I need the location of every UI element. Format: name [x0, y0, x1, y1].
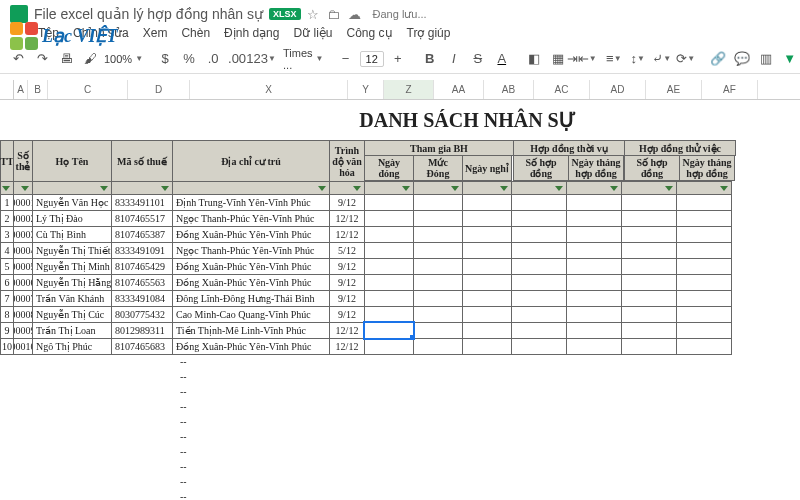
cell[interactable] [566, 274, 622, 291]
cell[interactable]: 12/12 [329, 226, 365, 243]
col-header[interactable]: Z [384, 80, 434, 99]
filter-cell[interactable] [566, 181, 622, 195]
cell[interactable]: 00006 [13, 274, 33, 291]
cell[interactable]: 8107465387 [111, 226, 173, 243]
cell[interactable]: Cao Minh-Cao Quang-Vĩnh Phúc [172, 306, 330, 323]
cell[interactable] [462, 290, 512, 307]
cell[interactable]: Định Trung-Vĩnh Yên-Vĩnh Phúc [172, 194, 330, 211]
cell[interactable]: Đồng Xuân-Phúc Yên-Vĩnh Phúc [172, 338, 330, 355]
menu-view[interactable]: Xem [143, 26, 168, 40]
cell[interactable] [566, 258, 622, 275]
font-select[interactable]: Times ...▼ [283, 47, 323, 71]
cell[interactable]: Nguyễn Văn Học [32, 194, 112, 211]
cell[interactable] [413, 322, 463, 339]
cell[interactable] [621, 338, 677, 355]
move-icon[interactable]: 🗀 [327, 7, 340, 22]
cell[interactable]: 4 [0, 242, 14, 259]
cell[interactable]: 8030775432 [111, 306, 173, 323]
empty-cell[interactable]: -- [176, 489, 334, 500]
cell[interactable] [413, 338, 463, 355]
cell[interactable]: 00004 [13, 242, 33, 259]
col-header[interactable]: AE [646, 80, 702, 99]
redo-icon[interactable]: ↷ [32, 48, 52, 70]
cell[interactable] [364, 226, 414, 243]
cell[interactable] [676, 242, 732, 259]
cell[interactable]: 6 [0, 274, 14, 291]
cell[interactable]: 5/12 [329, 242, 365, 259]
merge-icon[interactable]: ⇥⇤▼ [572, 48, 592, 70]
cell[interactable] [566, 194, 622, 211]
fontsize-dec[interactable]: − [336, 48, 356, 70]
cell[interactable] [364, 242, 414, 259]
cell[interactable]: Trần Thị Loan [32, 322, 112, 339]
comment-icon[interactable]: 💬 [732, 48, 752, 70]
cell[interactable] [621, 194, 677, 211]
borders-icon[interactable]: ▦ [548, 48, 568, 70]
wrap-icon[interactable]: ⤶▼ [652, 48, 672, 70]
cell[interactable] [566, 290, 622, 307]
cell[interactable]: 00005 [13, 258, 33, 275]
cell[interactable]: 5 [0, 258, 14, 275]
italic-icon[interactable]: I [444, 48, 464, 70]
chart-icon[interactable]: ▥ [756, 48, 776, 70]
cell[interactable] [364, 290, 414, 307]
empty-cell[interactable]: -- [176, 414, 334, 429]
cell[interactable]: 9 [0, 322, 14, 339]
cell[interactable]: 9/12 [329, 258, 365, 275]
cell[interactable] [676, 194, 732, 211]
cell[interactable] [413, 258, 463, 275]
cell[interactable] [364, 322, 414, 339]
cell[interactable]: 00007 [13, 290, 33, 307]
cell[interactable] [462, 338, 512, 355]
decimal-dec-icon[interactable]: .0 [203, 48, 223, 70]
cell[interactable]: Đồng Xuân-Phúc Yên-Vĩnh Phúc [172, 226, 330, 243]
filter-cell[interactable] [462, 181, 512, 195]
col-header[interactable]: D [128, 80, 190, 99]
cell[interactable] [462, 226, 512, 243]
cell[interactable] [511, 290, 567, 307]
menu-data[interactable]: Dữ liệu [293, 26, 332, 40]
cell[interactable]: Ngô Thị Phúc [32, 338, 112, 355]
cell[interactable] [566, 338, 622, 355]
cell[interactable] [364, 258, 414, 275]
filter-cell[interactable] [329, 181, 365, 195]
cell[interactable] [676, 306, 732, 323]
star-icon[interactable]: ☆ [307, 7, 319, 22]
empty-cell[interactable]: -- [176, 474, 334, 489]
link-icon[interactable]: 🔗 [708, 48, 728, 70]
filter-cell[interactable] [13, 181, 33, 195]
cell[interactable] [511, 338, 567, 355]
cell[interactable] [413, 274, 463, 291]
cell[interactable]: 8107465517 [111, 210, 173, 227]
col-header[interactable]: A [14, 80, 28, 99]
cell[interactable] [566, 306, 622, 323]
cell[interactable] [566, 242, 622, 259]
cell[interactable]: 8333491091 [111, 242, 173, 259]
fill-color-icon[interactable]: ◧ [524, 48, 544, 70]
cell[interactable]: 1 [0, 194, 14, 211]
cell[interactable] [413, 306, 463, 323]
filter-cell[interactable] [621, 181, 677, 195]
cell[interactable]: Đông Lĩnh-Đông Hưng-Thái Bình [172, 290, 330, 307]
cell[interactable]: 8333491084 [111, 290, 173, 307]
cell[interactable] [621, 210, 677, 227]
cell[interactable] [511, 274, 567, 291]
cell[interactable] [511, 258, 567, 275]
cell[interactable] [566, 226, 622, 243]
percent-icon[interactable]: % [179, 48, 199, 70]
cell[interactable] [364, 338, 414, 355]
menu-insert[interactable]: Chèn [181, 26, 210, 40]
empty-cell[interactable]: -- [176, 369, 334, 384]
empty-cell[interactable]: -- [176, 354, 334, 369]
cell[interactable]: 8107465429 [111, 258, 173, 275]
cell[interactable] [621, 306, 677, 323]
rotate-icon[interactable]: ⟳▼ [676, 48, 696, 70]
cell[interactable] [462, 322, 512, 339]
undo-icon[interactable]: ↶ [8, 48, 28, 70]
cell[interactable]: 3 [0, 226, 14, 243]
cell[interactable] [413, 242, 463, 259]
menu-tools[interactable]: Công cụ [346, 26, 392, 40]
zoom-select[interactable]: 100%▼ [104, 53, 143, 65]
cell[interactable]: 00003 [13, 226, 33, 243]
cell[interactable]: Nguyễn Thị Thiết [32, 242, 112, 259]
